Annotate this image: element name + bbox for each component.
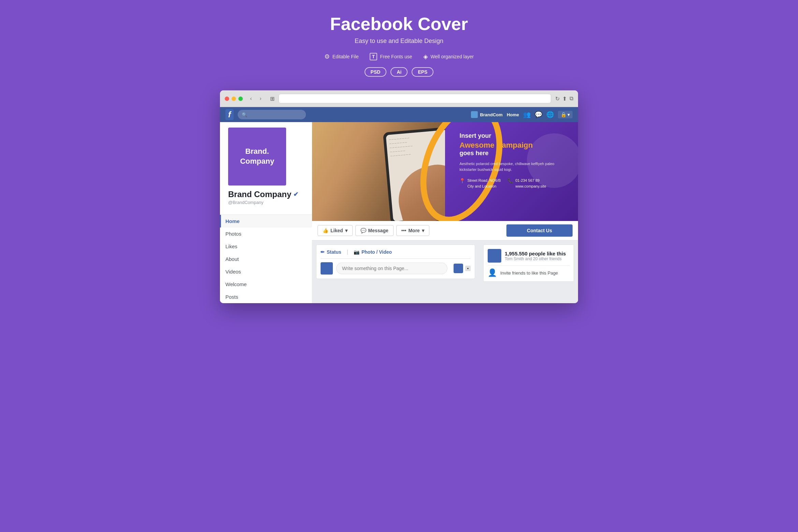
lock-icon: 🔒 (561, 112, 566, 117)
address-bar[interactable] (279, 94, 551, 103)
nav-label-home: Home (225, 218, 240, 224)
invite-row[interactable]: 👤 Invite friends to like this Page (488, 265, 570, 277)
post-input-row: ▾ (321, 262, 471, 275)
cover-photo: — — — — — — — — — — — — — — — — — — — — … (312, 122, 578, 221)
nav-label-likes: Likes (225, 243, 237, 249)
nav-label-about: About (225, 256, 239, 262)
badges-row: PSD Ai EPS (7, 67, 791, 77)
more-button[interactable]: ••• More ▾ (396, 225, 429, 236)
liked-label: Liked (330, 228, 343, 233)
page-content: Brand. Company Brand Company ✔ @BrandCom… (220, 122, 578, 303)
address-sub: City and Location (467, 183, 501, 189)
message-icon: 💬 (360, 228, 366, 233)
contact-us-button[interactable]: Contact Us (506, 224, 573, 237)
fb-lock-button[interactable]: 🔒 ▾ (558, 111, 573, 118)
profile-handle: @BrandCompany (225, 199, 307, 209)
nav-label-photos: Photos (225, 231, 241, 237)
nav-item-about[interactable]: About (220, 253, 312, 265)
page-subtitle: Easy to use and Editable Design (7, 38, 791, 45)
editable-file-label: Editable File (332, 54, 359, 59)
message-button[interactable]: 💬 Message (355, 225, 394, 236)
nav-item-likes[interactable]: Likes (220, 240, 312, 253)
post-tabs: ✏ Status | 📷 Photo / Video (321, 249, 471, 259)
status-label: Status (327, 249, 341, 255)
browser-window: ‹ › ⊞ ↻ ⬆ ⧉ f BrandCom Home 👥 💬 🌐 🔒 ▾ (220, 90, 578, 303)
likes-top: 1,955.550 people like this Tom Smith and… (488, 249, 570, 263)
profile-section: Brand. Company Brand Company ✔ @BrandCom… (220, 122, 312, 215)
address-item: 📍 Street Road, NO6/B City and Location (459, 178, 501, 189)
photo-video-label: Photo / Video (361, 249, 392, 255)
post-dropdown-btn[interactable]: ▾ (465, 266, 471, 271)
fonts-label: Free Fonts use (380, 54, 412, 59)
cover-text: Insert your Awesome Campaign goes here A… (459, 132, 571, 189)
forward-button[interactable]: › (256, 94, 265, 103)
minimize-button[interactable] (232, 97, 236, 101)
fb-search-input[interactable] (238, 110, 306, 119)
fb-nav-right: BrandCom Home 👥 💬 🌐 🔒 ▾ (471, 111, 573, 118)
pencil-icon: ✏ (321, 249, 325, 255)
editable-file-icon: ⚙ (324, 53, 330, 60)
refresh-icon[interactable]: ↻ (555, 95, 560, 102)
post-avatar-small (321, 262, 333, 275)
fb-friends-icon[interactable]: 👥 (523, 111, 531, 118)
feature-fonts: T Free Fonts use (370, 53, 412, 60)
left-sidebar: Brand. Company Brand Company ✔ @BrandCom… (220, 122, 312, 303)
post-area: ✏ Status | 📷 Photo / Video (316, 245, 475, 279)
close-button[interactable] (225, 97, 229, 101)
post-input-field[interactable] (336, 263, 447, 274)
liked-arrow: ▾ (345, 228, 348, 233)
layers-icon: ◈ (423, 53, 428, 60)
liked-button[interactable]: 👍 Liked ▾ (317, 225, 353, 236)
browser-actions: ↻ ⬆ ⧉ (555, 95, 573, 102)
address-label: Street Road, NO6/B (467, 178, 501, 183)
main-area: — — — — — — — — — — — — — — — — — — — — … (312, 122, 578, 303)
decorative-circle (527, 133, 578, 188)
profile-name-text: Brand Company (228, 190, 291, 199)
likes-info: 1,955.550 people like this Tom Smith and… (505, 251, 566, 261)
thumbs-up-icon: 👍 (323, 228, 328, 233)
eps-badge: EPS (412, 67, 433, 77)
share-icon[interactable]: ⬆ (562, 95, 567, 102)
right-content: 1,955.550 people like this Tom Smith and… (479, 240, 578, 286)
profile-avatar: Brand. Company (228, 128, 286, 186)
browser-chrome: ‹ › ⊞ ↻ ⬆ ⧉ (220, 90, 578, 107)
brand-name: BrandCom (480, 112, 502, 117)
nav-item-home[interactable]: Home (220, 215, 312, 227)
invite-text: Invite friends to like this Page (500, 270, 558, 276)
verified-badge-icon: ✔ (293, 191, 298, 198)
nav-item-posts[interactable]: Posts (220, 291, 312, 303)
message-label: Message (368, 228, 388, 233)
fb-globe-icon[interactable]: 🌐 (546, 111, 554, 118)
likes-friends: Tom Smith and 20 other friends (505, 256, 566, 261)
phone-icon: 📞 (507, 178, 513, 183)
address-block: Street Road, NO6/B City and Location (467, 178, 501, 189)
tab-separator: | (347, 249, 348, 255)
nav-item-photos[interactable]: Photos (220, 227, 312, 240)
left-content: ✏ Status | 📷 Photo / Video (312, 240, 479, 286)
feature-editable: ⚙ Editable File (324, 53, 359, 60)
tab-photo-video[interactable]: 📷 Photo / Video (354, 249, 392, 255)
ai-badge: Ai (390, 67, 408, 77)
avatar-text-line1: Brand. (245, 147, 269, 157)
action-bar: 👍 Liked ▾ 💬 Message ••• More ▾ Contact U… (312, 221, 578, 240)
fb-brand-button[interactable]: BrandCom (471, 111, 502, 118)
lock-arrow: ▾ (567, 112, 570, 117)
new-tab-icon[interactable]: ⧉ (570, 95, 573, 102)
psd-badge: PSD (365, 67, 387, 77)
more-dots-icon: ••• (401, 228, 407, 233)
facebook-logo: f (225, 109, 234, 120)
tab-status[interactable]: ✏ Status (321, 249, 341, 255)
nav-label-posts: Posts (225, 294, 238, 300)
tabs-icon: ⊞ (270, 95, 275, 102)
back-button[interactable]: ‹ (247, 94, 255, 103)
post-color-btn[interactable] (454, 264, 463, 273)
feature-organized: ◈ Well organized layer (423, 53, 474, 60)
post-options: ▾ (454, 264, 471, 273)
nav-item-videos[interactable]: Videos (220, 265, 312, 278)
fb-chat-icon[interactable]: 💬 (535, 111, 542, 118)
facebook-navbar: f BrandCom Home 👥 💬 🌐 🔒 ▾ (220, 107, 578, 122)
maximize-button[interactable] (238, 97, 243, 101)
fb-home-link[interactable]: Home (507, 112, 519, 117)
more-arrow: ▾ (422, 228, 424, 233)
nav-item-welcome[interactable]: Welcome (220, 278, 312, 291)
